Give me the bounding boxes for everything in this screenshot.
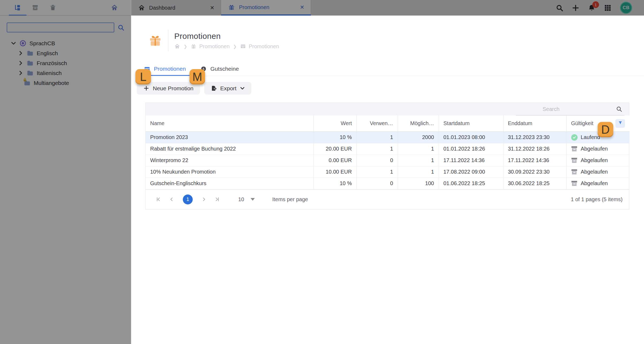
grid-search-input[interactable] — [516, 106, 614, 112]
gift-icon — [191, 43, 196, 49]
cell-wert: 20.00 EUR — [313, 143, 357, 155]
cell-name: Winterpromo 22 — [146, 155, 313, 166]
cell-wert: 0.00 EUR — [313, 155, 357, 166]
cell-verwendungen: 0 — [357, 178, 398, 189]
validity-label: Abgelaufen — [581, 157, 608, 163]
cell-moeglich: 100 — [398, 178, 439, 189]
cell-startdatum: 17.11.2022 14:36 — [439, 155, 503, 166]
cell-verwendungen: 0 — [357, 155, 398, 166]
breadcrumb-item[interactable]: Promotionen — [191, 43, 229, 50]
breadcrumb-item[interactable] — [174, 43, 180, 49]
last-page-icon[interactable] — [214, 196, 220, 203]
table-header-row: NameWertVerwen…Möglich…StartdatumEnddatu… — [146, 115, 630, 132]
validity-label: Laufend — [581, 134, 600, 140]
grid-search — [516, 103, 624, 115]
column-label: Startdatum — [444, 120, 470, 126]
table-row[interactable]: Promotion 202310 %1200001.01.2023 08:003… — [146, 132, 630, 143]
cell-startdatum: 01.01.2022 18:26 — [439, 143, 503, 155]
sidebar-dim-overlay — [0, 0, 131, 344]
annotation-badge-l: L — [135, 69, 151, 84]
plus-icon — [143, 85, 149, 91]
cell-startdatum: 01.01.2023 08:00 — [439, 132, 503, 143]
cell-enddatum: 30.09.2022 23:30 — [503, 166, 566, 178]
archive-box-icon — [571, 157, 578, 164]
chevron-down-icon — [240, 86, 245, 91]
table-row[interactable]: Gutschein-Englischkurs10 %010001.06.2022… — [146, 178, 630, 189]
table-icon — [240, 43, 246, 49]
validity-label: Abgelaufen — [581, 180, 608, 186]
table-row[interactable]: Winterpromo 220.00 EUR0117.11.2022 14:36… — [146, 155, 630, 166]
cell-wert: 10.00 EUR — [313, 166, 357, 178]
cell-name: Rabatt für erstmalige Buchung 2022 — [146, 143, 313, 155]
cell-moeglich: 1 — [398, 143, 439, 155]
breadcrumb-label: Promotionen — [249, 43, 279, 50]
export-button[interactable]: Export — [204, 82, 252, 95]
column-header-name[interactable]: Name — [146, 115, 313, 132]
cell-enddatum: 17.11.2022 14:36 — [503, 155, 566, 166]
column-label: Wert — [341, 120, 352, 126]
cell-moeglich: 2000 — [398, 132, 439, 143]
archive-box-icon — [571, 146, 578, 152]
promotions-grid: NameWertVerwen…Möglich…StartdatumEnddatu… — [145, 103, 629, 210]
topbar-dim-overlay — [131, 0, 644, 16]
main-content: Promotionen ❯Promotionen❯Promotionen Pro… — [131, 16, 644, 344]
cell-gueltigkeit: Abgelaufen — [566, 166, 630, 178]
actions-row: Neue Promotion Export — [137, 82, 644, 95]
cell-moeglich: 1 — [398, 166, 439, 178]
tab-label: Promotionen — [154, 66, 186, 72]
page-tab-strip: Promotionen$Gutscheine — [137, 63, 644, 76]
cell-gueltigkeit: Abgelaufen — [566, 143, 630, 155]
promotions-table: NameWertVerwen…Möglich…StartdatumEnddatu… — [146, 115, 630, 189]
cell-gueltigkeit: Abgelaufen — [566, 155, 630, 166]
cell-moeglich: 1 — [398, 155, 439, 166]
pagination-bar: 1 10 Items per page 1 of 1 pages (5 item… — [146, 189, 629, 209]
page-size-select[interactable]: 10 — [238, 196, 255, 203]
column-header-mglich[interactable]: Möglich… — [398, 115, 439, 132]
cell-enddatum: 31.12.2023 23:30 — [503, 132, 566, 143]
cell-startdatum: 01.06.2022 18:25 — [439, 178, 503, 189]
cell-enddatum: 30.06.2022 18:25 — [503, 178, 566, 189]
breadcrumb: ❯Promotionen❯Promotionen — [174, 43, 279, 50]
cell-verwendungen: 1 — [357, 166, 398, 178]
check-circle-icon — [571, 134, 578, 141]
cell-wert: 10 % — [313, 132, 357, 143]
topbar: Dashboard✕Promotionen✕ 1 CB — [131, 0, 644, 16]
column-header-enddatum[interactable]: Enddatum — [503, 115, 566, 132]
prev-page-icon[interactable] — [168, 196, 175, 203]
page-summary: 1 of 1 pages (5 items) — [571, 196, 623, 203]
breadcrumb-item[interactable]: Promotionen — [240, 43, 279, 50]
cell-wert: 10 % — [313, 178, 357, 189]
annotation-badge-d: D — [598, 122, 613, 137]
chevron-right-icon: ❯ — [233, 44, 237, 49]
items-per-page-label: Items per page — [272, 196, 308, 203]
column-header-startdatum[interactable]: Startdatum — [439, 115, 503, 132]
column-label: Name — [150, 120, 164, 126]
archive-box-icon — [571, 180, 578, 187]
page-title: Promotionen — [174, 32, 279, 41]
filter-button[interactable] — [615, 119, 625, 128]
column-label: Verwen… — [370, 120, 393, 126]
cell-enddatum: 31.12.2022 18:26 — [503, 143, 566, 155]
table-row[interactable]: 10% Neukunden Promotion10.00 EUR1117.08.… — [146, 166, 630, 178]
cell-startdatum: 17.08.2022 09:00 — [439, 166, 503, 178]
page-header: Promotionen ❯Promotionen❯Promotionen — [148, 29, 644, 51]
chevron-right-icon: ❯ — [184, 44, 187, 49]
cell-name: Promotion 2023 — [146, 132, 313, 143]
cell-name: Gutschein-Englischkurs — [146, 178, 313, 189]
column-header-verwen[interactable]: Verwen… — [357, 115, 398, 132]
first-page-icon[interactable] — [155, 196, 162, 203]
next-page-icon[interactable] — [201, 196, 207, 203]
table-row[interactable]: Rabatt für erstmalige Buchung 202220.00 … — [146, 143, 630, 155]
search-icon[interactable] — [616, 106, 622, 112]
archive-box-icon — [571, 169, 578, 175]
validity-label: Abgelaufen — [581, 169, 608, 175]
gift-icon — [148, 33, 162, 47]
cell-verwendungen: 1 — [357, 132, 398, 143]
column-header-wert[interactable]: Wert — [313, 115, 357, 132]
column-label: Möglich… — [410, 120, 434, 126]
cell-verwendungen: 1 — [357, 143, 398, 155]
app-window: SprachCBEnglischFranzösischItalienischMu… — [0, 0, 644, 344]
grid-toolbar — [146, 103, 629, 115]
cell-gueltigkeit: Abgelaufen — [566, 178, 630, 189]
current-page-button[interactable]: 1 — [183, 195, 193, 204]
